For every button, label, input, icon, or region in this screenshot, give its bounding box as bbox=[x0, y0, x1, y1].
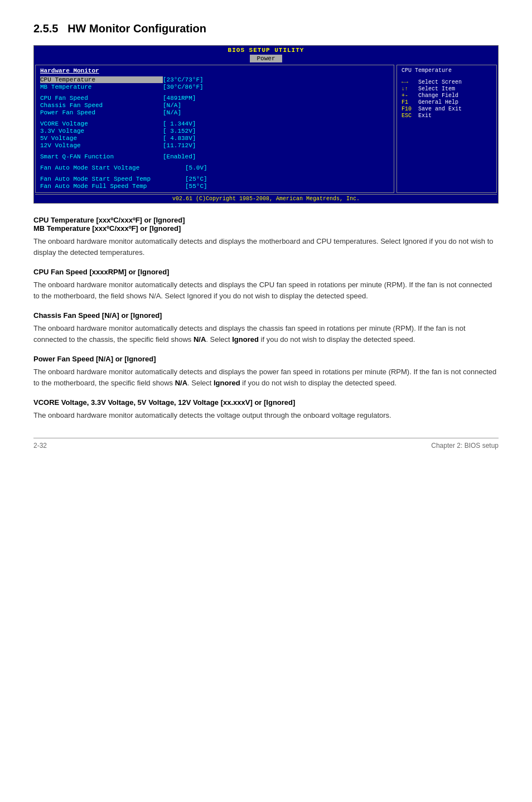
bios-label-cpu-temp: CPU Temperature bbox=[40, 76, 163, 83]
bios-value-cpu-temp: [23°C/73°F] bbox=[163, 76, 204, 83]
bios-legend-row-save: F10 Save and Exit bbox=[402, 106, 492, 112]
bios-legend-row-item: ↓↑ Select Item bbox=[402, 86, 492, 92]
doc-section-temps: CPU Temperature [xxxºC/xxxºF] or [Ignore… bbox=[33, 216, 499, 258]
bios-row-fan-start-temp: Fan Auto Mode Start Speed Temp [25°C] bbox=[40, 176, 389, 182]
section-title: HW Monitor Configuration bbox=[67, 22, 206, 35]
bios-value-fan-start-temp: [25°C] bbox=[185, 176, 207, 182]
bios-legend-key-exit: ESC bbox=[402, 113, 418, 119]
bios-left-panel: Hardware Monitor CPU Temperature [23°C/7… bbox=[35, 65, 394, 193]
bios-value-3v3: [ 3.152V] bbox=[163, 128, 196, 134]
doc-section-power-fan: Power Fan Speed [N/A] or [Ignored] The o… bbox=[33, 355, 499, 388]
bios-row-vcore: VCORE Voltage [ 1.344V] bbox=[40, 120, 389, 127]
bios-label-cpu-fan: CPU Fan Speed bbox=[40, 95, 163, 102]
bios-legend-row-screen: ←→ Select Screen bbox=[402, 79, 492, 85]
bios-row-mb-temp: MB Temperature [30°C/86°F] bbox=[40, 84, 389, 90]
bios-row-cpu-fan: CPU Fan Speed [4891RPM] bbox=[40, 95, 389, 102]
bios-value-12v: [11.712V] bbox=[163, 142, 196, 149]
bios-tab-power[interactable]: Power bbox=[250, 55, 282, 62]
bios-label-power-fan: Power Fan Speed bbox=[40, 109, 163, 116]
doc-heading-power-fan: Power Fan Speed [N/A] or [Ignored] bbox=[33, 355, 499, 363]
bios-row-5v: 5V Voltage [ 4.838V] bbox=[40, 135, 389, 142]
bios-legend-key-help: F1 bbox=[402, 99, 418, 105]
bios-right-panel: CPU Temperature ←→ Select Screen ↓↑ Sele… bbox=[396, 65, 497, 193]
bios-tabs: Power bbox=[34, 55, 498, 62]
bios-legend-desc-field: Change Field bbox=[418, 93, 458, 99]
chapter-label: Chapter 2: BIOS setup bbox=[431, 442, 499, 450]
bios-legend-desc-exit: Exit bbox=[418, 113, 432, 119]
bios-screenshot: BIOS SETUP UTILITY Power Hardware Monito… bbox=[33, 45, 499, 204]
bios-label-mb-temp: MB Temperature bbox=[40, 84, 163, 90]
doc-heading-voltages: VCORE Voltage, 3.3V Voltage, 5V Voltage,… bbox=[33, 398, 499, 407]
bios-value-fan-full-temp: [55°C] bbox=[185, 183, 207, 190]
bios-value-chassis-fan: [N/A] bbox=[163, 102, 181, 109]
bios-row-power-fan: Power Fan Speed [N/A] bbox=[40, 109, 389, 116]
bios-legend-key-field: +- bbox=[402, 93, 418, 99]
doc-body-chassis-fan: The onboard hardware monitor automatical… bbox=[33, 323, 499, 345]
bios-value-vcore: [ 1.344V] bbox=[163, 120, 196, 127]
bios-footer: v02.61 (C)Copyright 1985-2008, American … bbox=[35, 194, 497, 203]
bios-label-3v3: 3.3V Voltage bbox=[40, 128, 163, 134]
bios-legend-desc-help: General Help bbox=[418, 99, 458, 105]
bios-value-qfan: [Enabled] bbox=[163, 153, 196, 160]
bios-legend-desc-screen: Select Screen bbox=[418, 79, 462, 85]
bios-legend-key-item: ↓↑ bbox=[402, 86, 418, 92]
bios-label-fan-full-temp: Fan Auto Mode Full Speed Temp bbox=[40, 183, 185, 190]
bios-row-3v3: 3.3V Voltage [ 3.152V] bbox=[40, 128, 389, 134]
bios-legend-desc-save: Save and Exit bbox=[418, 106, 462, 112]
bios-legend-key-save: F10 bbox=[402, 106, 418, 112]
doc-body-power-fan: The onboard hardware monitor automatical… bbox=[33, 366, 499, 388]
bios-value-mb-temp: [30°C/86°F] bbox=[163, 84, 204, 90]
bios-label-chassis-fan: Chassis Fan Speed bbox=[40, 102, 163, 109]
bios-label-vcore: VCORE Voltage bbox=[40, 120, 163, 127]
bios-label-5v: 5V Voltage bbox=[40, 135, 163, 142]
bios-legend: ←→ Select Screen ↓↑ Select Item +- Chang… bbox=[402, 79, 492, 119]
bios-help-title: CPU Temperature bbox=[402, 67, 492, 74]
bios-row-qfan: Smart Q-FAN Function [Enabled] bbox=[40, 153, 389, 160]
doc-body-temps: The onboard hardware monitor automatical… bbox=[33, 236, 499, 258]
bios-row-12v: 12V Voltage [11.712V] bbox=[40, 142, 389, 149]
doc-body-cpu-fan: The onboard hardware monitor automatical… bbox=[33, 279, 499, 301]
doc-heading-cpu-fan: CPU Fan Speed [xxxxRPM] or [Ignored] bbox=[33, 268, 499, 276]
section-number: 2.5.5 bbox=[33, 22, 58, 35]
doc-heading-chassis-fan: Chassis Fan Speed [N/A] or [Ignored] bbox=[33, 311, 499, 320]
bios-row-fan-full-temp: Fan Auto Mode Full Speed Temp [55°C] bbox=[40, 183, 389, 190]
bios-value-power-fan: [N/A] bbox=[163, 109, 181, 116]
bios-content: Hardware Monitor CPU Temperature [23°C/7… bbox=[34, 64, 498, 194]
bios-legend-row-field: +- Change Field bbox=[402, 93, 492, 99]
doc-body-voltages: The onboard hardware monitor automatical… bbox=[33, 410, 499, 421]
bios-row-fan-start-volt: Fan Auto Mode Start Voltage [5.0V] bbox=[40, 165, 389, 171]
page-number: 2-32 bbox=[33, 442, 47, 450]
page-footer: 2-32 Chapter 2: BIOS setup bbox=[33, 438, 499, 450]
bios-value-cpu-fan: [4891RPM] bbox=[163, 95, 196, 102]
bios-value-5v: [ 4.838V] bbox=[163, 135, 196, 142]
doc-section-chassis-fan: Chassis Fan Speed [N/A] or [Ignored] The… bbox=[33, 311, 499, 345]
bios-label-fan-start-volt: Fan Auto Mode Start Voltage bbox=[40, 165, 185, 171]
bios-title: BIOS SETUP UTILITY bbox=[34, 46, 498, 55]
section-heading: 2.5.5 HW Monitor Configuration bbox=[33, 22, 499, 35]
doc-section-voltages: VCORE Voltage, 3.3V Voltage, 5V Voltage,… bbox=[33, 398, 499, 421]
bios-legend-key-screen: ←→ bbox=[402, 79, 418, 85]
bios-legend-row-help: F1 General Help bbox=[402, 99, 492, 105]
bios-legend-desc-item: Select Item bbox=[418, 86, 455, 92]
doc-heading-temps: CPU Temperature [xxxºC/xxxºF] or [Ignore… bbox=[33, 216, 499, 233]
bios-row-chassis-fan: Chassis Fan Speed [N/A] bbox=[40, 102, 389, 109]
bios-value-fan-start-volt: [5.0V] bbox=[185, 165, 207, 171]
bios-label-fan-start-temp: Fan Auto Mode Start Speed Temp bbox=[40, 176, 185, 182]
bios-legend-row-exit: ESC Exit bbox=[402, 113, 492, 119]
bios-label-qfan: Smart Q-FAN Function bbox=[40, 153, 163, 160]
bios-label-12v: 12V Voltage bbox=[40, 142, 163, 149]
doc-section-cpu-fan: CPU Fan Speed [xxxxRPM] or [Ignored] The… bbox=[33, 268, 499, 301]
bios-section-title: Hardware Monitor bbox=[40, 67, 389, 74]
bios-row-cpu-temp: CPU Temperature [23°C/73°F] bbox=[40, 76, 389, 83]
